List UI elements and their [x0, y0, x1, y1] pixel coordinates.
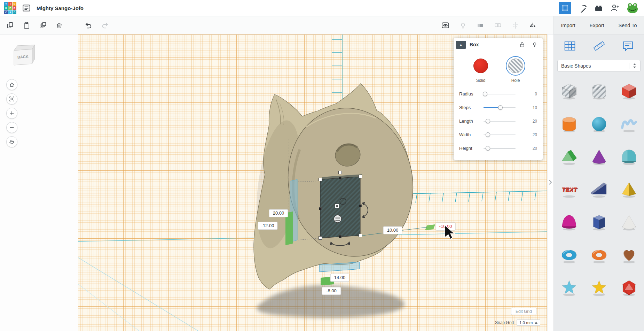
show-all-button[interactable]: [440, 20, 450, 30]
svg-text:TEXT: TEXT: [561, 186, 578, 193]
box-hole-icon: [559, 81, 580, 102]
round-roof-icon: [619, 146, 639, 167]
heart-icon: [619, 245, 639, 265]
ungroup-button[interactable]: [493, 21, 503, 30]
hole-swatch: [508, 59, 523, 73]
cylinder-hole-icon: [589, 81, 610, 102]
design-title[interactable]: Mighty Sango-Jofo: [37, 5, 84, 11]
shape-wedge[interactable]: [588, 178, 610, 201]
shape-pyramid[interactable]: [618, 178, 640, 201]
header-actions: [559, 2, 644, 14]
view-cube[interactable]: BACK: [9, 41, 40, 71]
duplicate-button[interactable]: [38, 21, 48, 30]
ruler-tool-button[interactable]: [592, 39, 606, 53]
invite-person-button[interactable]: [610, 3, 620, 13]
text-icon: TEXTTEXT: [559, 179, 580, 200]
perspective-toggle-button[interactable]: [6, 136, 17, 147]
logo-tile: N: [13, 2, 16, 6]
user-avatar[interactable]: [627, 2, 638, 14]
shape-sphere[interactable]: [588, 113, 610, 135]
delete-button[interactable]: [55, 21, 64, 30]
height-slider[interactable]: [484, 148, 516, 149]
hole-option[interactable]: Hole: [506, 56, 525, 83]
dashboard-grid-button[interactable]: [559, 2, 571, 14]
shape-box[interactable]: [618, 80, 640, 102]
snap-grid-select[interactable]: 1.0 mm: [517, 320, 540, 326]
roof-icon: [559, 146, 580, 167]
send-to-button[interactable]: Send To: [618, 21, 638, 30]
shape-star[interactable]: [558, 277, 580, 299]
minecraft-pickaxe-button[interactable]: [578, 3, 587, 13]
person-plus-icon: [610, 3, 620, 13]
shape-cone[interactable]: [588, 146, 610, 168]
snap-grid-control: Snap Grid 1.0 mm: [495, 320, 540, 326]
edit-grid-button[interactable]: Edit Grid: [511, 308, 536, 315]
hide-shape-button[interactable]: [531, 41, 539, 48]
solid-swatch: [473, 59, 488, 73]
shape-icosahedron[interactable]: [618, 277, 640, 299]
paraboloid-icon: [559, 212, 580, 233]
radius-slider[interactable]: [484, 94, 516, 94]
shape-roof[interactable]: [558, 146, 580, 168]
star-yellow-icon: [589, 277, 610, 298]
group-button[interactable]: [476, 21, 485, 30]
collapse-panel-button[interactable]: ▲: [456, 41, 466, 49]
workplane-icon: [564, 40, 576, 52]
shape-text[interactable]: TEXTTEXT: [558, 178, 580, 201]
arrange-group: [440, 20, 537, 30]
shape-star-yellow[interactable]: [588, 277, 610, 299]
shape-category-dropdown[interactable]: Basic Shapes: [557, 60, 641, 72]
mirror-button[interactable]: [528, 21, 537, 30]
cone-white-icon: [619, 212, 639, 233]
shape-torus[interactable]: [558, 244, 580, 266]
shape-parameters: Radius 0 Steps 10 Length 20 Width: [454, 84, 543, 160]
undo-button[interactable]: [84, 21, 93, 30]
shape-paraboloid[interactable]: [558, 211, 580, 233]
pyramid-icon: [619, 179, 639, 200]
param-width: Width 20: [454, 128, 543, 141]
torus-icon: [559, 245, 580, 265]
shape-heart[interactable]: [618, 244, 640, 266]
fit-view-button[interactable]: [6, 93, 17, 105]
shape-cylinder-hole[interactable]: [588, 80, 610, 102]
star-icon: [559, 277, 580, 298]
shape-scribble[interactable]: [618, 113, 640, 135]
shape-cone-white[interactable]: [618, 211, 640, 233]
export-button[interactable]: Export: [589, 21, 605, 30]
length-slider[interactable]: [484, 121, 516, 122]
wedge-icon: [589, 179, 610, 200]
copy-button[interactable]: [6, 21, 15, 30]
workplane-tool-button[interactable]: [563, 39, 577, 53]
brick-button[interactable]: [594, 3, 603, 13]
shape-tube[interactable]: [588, 244, 610, 266]
import-button[interactable]: Import: [560, 21, 576, 30]
light-button[interactable]: [458, 21, 468, 30]
steps-slider[interactable]: [484, 107, 516, 108]
align-button[interactable]: [510, 21, 520, 30]
logo-tile: T: [4, 2, 8, 6]
tinkercad-logo-icon[interactable]: TINKERCAD: [4, 2, 16, 14]
solid-option[interactable]: Solid: [471, 56, 490, 83]
collapse-sidebar-chevron[interactable]: [548, 178, 553, 187]
width-slider[interactable]: [484, 134, 516, 135]
material-options: Solid Hole: [454, 51, 543, 84]
top-header: TINKERCAD Mighty Sango-Jofo: [0, 0, 644, 16]
zoom-in-button[interactable]: [6, 108, 17, 119]
zoom-out-button[interactable]: [6, 122, 17, 133]
shape-box-hole[interactable]: [558, 80, 580, 102]
properties-list-icon[interactable]: [22, 3, 31, 13]
notes-tool-button[interactable]: [621, 39, 635, 53]
paste-button[interactable]: [22, 21, 31, 30]
redo-button[interactable]: [100, 21, 110, 30]
shape-library: Basic Shapes TEXTTEXT: [553, 34, 644, 331]
viewport-3d[interactable]: 20.00 -12.00 10.00 -10.00 14.00 -8.00: [0, 34, 553, 331]
home-view-button[interactable]: [6, 79, 17, 90]
shape-cylinder[interactable]: [558, 113, 580, 135]
lock-button[interactable]: [518, 41, 526, 48]
param-height: Height 20: [454, 141, 543, 155]
shape-round-roof[interactable]: [618, 146, 640, 168]
library-tools: [554, 34, 644, 55]
logo-tile: R: [13, 6, 16, 10]
view-nav: [6, 79, 17, 147]
shape-polygon[interactable]: [588, 211, 610, 233]
